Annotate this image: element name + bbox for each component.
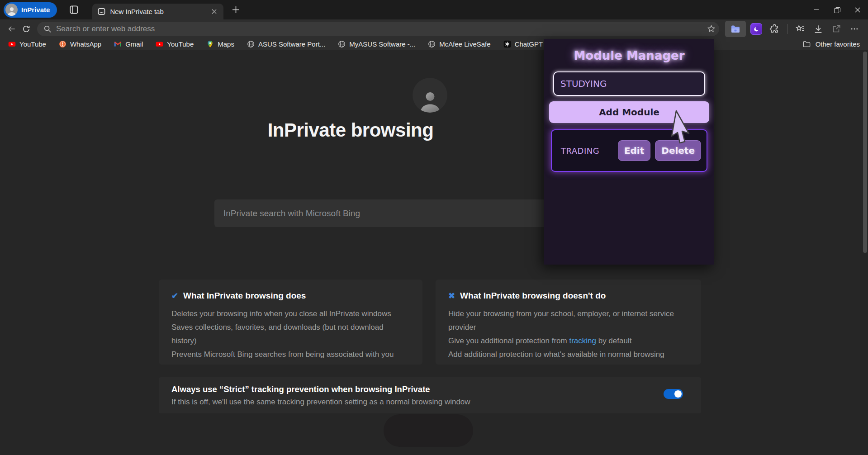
strict-tracking-title: Always use “Strict” tracking prevention …	[171, 384, 701, 394]
module-name-input[interactable]	[553, 71, 705, 96]
tab-actions-icon[interactable]	[67, 3, 81, 17]
moon-extension-icon[interactable]	[749, 21, 764, 37]
card-doesnt-line: Add additional protection to what's avai…	[448, 348, 688, 361]
tab-close-icon[interactable]	[208, 6, 220, 18]
downloads-icon[interactable]	[811, 21, 826, 37]
card-does-line: Deletes your browsing info when you clos…	[171, 307, 410, 321]
inprivate-badge-label: InPrivate	[21, 6, 50, 14]
bookmark-youtube[interactable]: YouTube	[8, 40, 46, 48]
bookmark-label: ChatGPT	[515, 40, 543, 48]
card-what-inprivate-does: ✔ What InPrivate browsing does Deletes y…	[159, 280, 422, 365]
edit-module-button[interactable]: Edit	[618, 140, 650, 161]
restore-button[interactable]	[826, 0, 847, 19]
card-doesnt-line: Hide your browsing from your school, emp…	[448, 307, 688, 334]
globe-icon	[428, 40, 436, 48]
bookmarks-divider	[795, 39, 795, 49]
other-favorites-label: Other favorites	[816, 40, 860, 48]
card-does-title: What InPrivate browsing does	[183, 291, 306, 301]
youtube-icon	[156, 40, 163, 48]
maps-pin-icon	[206, 40, 214, 48]
new-tab-button[interactable]	[229, 3, 242, 17]
strict-tracking-subtitle: If this is off, we'll use the same track…	[171, 398, 701, 407]
extensions-puzzle-icon[interactable]	[767, 21, 782, 37]
bookmark-maps[interactable]: Maps	[206, 40, 234, 48]
address-input[interactable]	[56, 24, 707, 33]
bookmark-myasus-software[interactable]: MyASUS Software -...	[338, 40, 415, 48]
card-does-line: Saves collections, favorites, and downlo…	[171, 321, 410, 348]
bookmark-mcafee[interactable]: McAfee LiveSafe	[428, 40, 490, 48]
bookmark-label: MyASUS Software -...	[349, 40, 415, 48]
globe-icon	[247, 40, 255, 48]
inprivate-avatar-icon	[413, 78, 447, 113]
search-icon	[43, 25, 52, 33]
navigation-toolbar	[0, 19, 868, 38]
line2-post: by default	[596, 337, 631, 345]
window-controls	[806, 0, 868, 19]
tab-favicon-icon	[98, 8, 105, 15]
minimize-button[interactable]	[806, 0, 826, 19]
bookmark-label: Maps	[218, 40, 234, 48]
other-favorites[interactable]: Other favorites	[795, 39, 860, 49]
toolbar-divider	[787, 24, 787, 34]
toggle-knob	[674, 390, 682, 398]
card-doesnt-line: Give you additional protection from trac…	[448, 334, 688, 348]
bookmark-label: YouTube	[19, 40, 46, 48]
card-doesnt-title: What InPrivate browsing doesn't do	[460, 291, 606, 301]
bookmarks-bar: YouTube WhatsApp Gmail YouTube Maps ASUS…	[0, 38, 868, 50]
module-manager-extension-icon[interactable]	[725, 21, 746, 37]
strict-tracking-toggle[interactable]	[664, 389, 683, 399]
strict-tracking-section: Always use “Strict” tracking prevention …	[159, 377, 701, 413]
module-manager-popup: Module Manager Add Module TRADING Edit D…	[544, 39, 714, 265]
bookmark-youtube-2[interactable]: YouTube	[156, 40, 194, 48]
gmail-icon	[114, 40, 122, 48]
address-bar[interactable]	[37, 22, 719, 36]
inprivate-profile-badge[interactable]: InPrivate	[4, 2, 57, 18]
scrollbar-thumb[interactable]	[863, 52, 867, 253]
profile-avatar-icon	[5, 4, 18, 16]
bookmark-whatsapp[interactable]: WhatsApp	[59, 40, 101, 48]
popup-title: Module Manager	[544, 49, 714, 62]
tracking-link[interactable]: tracking	[569, 337, 596, 345]
check-icon: ✔	[171, 291, 178, 301]
globe-icon	[338, 40, 346, 48]
bookmark-label: WhatsApp	[70, 40, 101, 48]
module-name: TRADING	[561, 146, 613, 156]
title-bar: InPrivate New InPrivate tab	[0, 0, 868, 19]
cross-icon: ✖	[448, 291, 455, 301]
add-favorite-star-icon[interactable]	[707, 24, 716, 33]
bookmark-label: ASUS Software Port...	[258, 40, 325, 48]
whatsapp-alert-icon	[59, 40, 66, 48]
bookmark-label: Gmail	[125, 40, 143, 48]
back-icon[interactable]	[5, 22, 19, 36]
bookmark-gmail[interactable]: Gmail	[114, 40, 143, 48]
chatgpt-icon	[503, 40, 511, 48]
tab-title: New InPrivate tab	[110, 8, 204, 15]
mouse-cursor-icon	[671, 110, 691, 146]
folder-icon	[802, 40, 811, 48]
settings-ellipsis-icon[interactable]	[847, 21, 862, 37]
close-button[interactable]	[847, 0, 868, 19]
bookmark-asus-software[interactable]: ASUS Software Port...	[247, 40, 325, 48]
youtube-icon	[8, 40, 16, 48]
line2-pre: Give you additional protection from	[448, 337, 569, 345]
bookmark-label: McAfee LiveSafe	[439, 40, 490, 48]
card-does-line: Prevents Microsoft Bing searches from be…	[171, 348, 410, 361]
redacted-blob	[384, 414, 473, 447]
share-icon[interactable]	[829, 21, 844, 37]
bookmark-chatgpt[interactable]: ChatGPT	[503, 40, 543, 48]
browser-tab[interactable]: New InPrivate tab	[92, 4, 223, 19]
inprivate-page: InPrivate browsing ✔ What InPrivate brow…	[0, 50, 868, 455]
card-what-inprivate-doesnt: ✖ What InPrivate browsing doesn't do Hid…	[436, 280, 701, 365]
bookmark-label: YouTube	[167, 40, 194, 48]
favorites-hub-icon[interactable]	[792, 21, 808, 37]
refresh-icon[interactable]	[19, 22, 33, 36]
